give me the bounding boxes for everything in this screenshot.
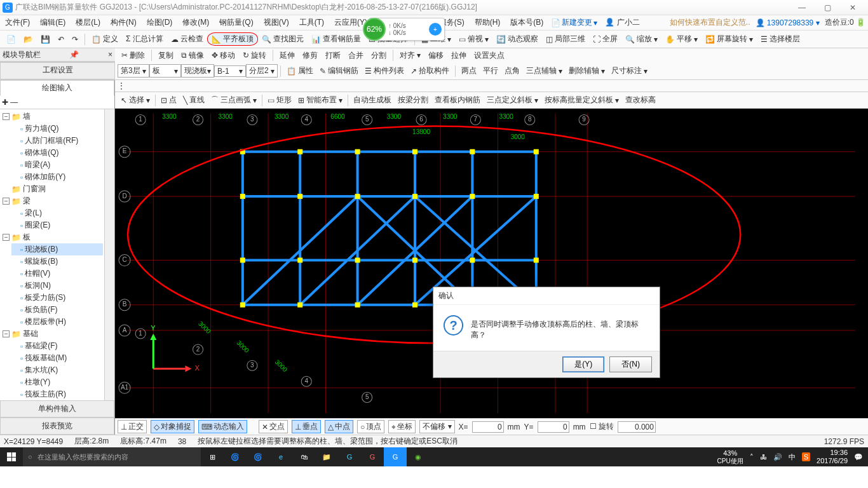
- cpu-meter[interactable]: 43% CPU使用: [717, 449, 743, 464]
- point-tool[interactable]: ⊡ 点: [158, 93, 180, 107]
- osnap-toggle[interactable]: ◇ 对象捕捉: [151, 420, 194, 433]
- stretch-button[interactable]: 拉伸: [447, 48, 470, 62]
- autogen-slab-button[interactable]: 自动生成板: [350, 93, 395, 107]
- dialog-no-button[interactable]: 否(N): [609, 356, 652, 372]
- define-button[interactable]: 📋 定义: [88, 32, 122, 46]
- fullscreen-button[interactable]: ⛶ 全屏: [589, 32, 621, 46]
- snap-coord[interactable]: ⌖ 坐标: [388, 420, 416, 433]
- menu-floor[interactable]: 楼层(L): [73, 16, 103, 29]
- aux-3pt-button[interactable]: 三点辅轴 ▾: [523, 64, 566, 78]
- tree-folder-opening[interactable]: 📁门窗洞: [3, 183, 103, 195]
- tb-edge[interactable]: e: [269, 447, 292, 466]
- split-by-beam-button[interactable]: 按梁分割: [395, 93, 431, 107]
- open-button[interactable]: 📂: [20, 33, 37, 46]
- copy-button[interactable]: 复制: [154, 48, 177, 62]
- menu-version[interactable]: 版本号(B): [508, 16, 546, 29]
- snap-perpendicular[interactable]: ⊥ 垂点: [292, 420, 321, 433]
- rotate-screen-button[interactable]: 🔁 屏幕旋转 ▾: [702, 32, 757, 46]
- menu-tools[interactable]: 工具(T): [297, 16, 327, 29]
- tree-item[interactable]: ▫圈梁(E): [11, 219, 103, 231]
- collapse-all-icon[interactable]: —: [10, 98, 18, 107]
- drawing-canvas[interactable]: X Y EDCBAA111223344556789330033003300660…: [115, 109, 868, 418]
- tree-item[interactable]: ▫基础梁(F): [11, 340, 103, 352]
- check-elevation-button[interactable]: 查改标高: [622, 93, 659, 107]
- save-button[interactable]: 💾: [37, 33, 54, 46]
- component-name-select[interactable]: B-1▾: [214, 65, 246, 77]
- menu-component[interactable]: 构件(N): [108, 16, 139, 29]
- y-field[interactable]: 0: [538, 421, 569, 433]
- x-field[interactable]: 0: [472, 421, 504, 433]
- tree-item[interactable]: ▫砌体加筋(Y): [11, 171, 103, 183]
- tree-item[interactable]: ▫暗梁(A): [11, 159, 103, 171]
- minimize-button[interactable]: —: [789, 1, 815, 14]
- menu-view[interactable]: 视图(V): [261, 16, 292, 29]
- tb-ggj[interactable]: G: [384, 447, 407, 466]
- taskbar-search[interactable]: ○ 在这里输入你想要搜索的内容: [23, 447, 201, 466]
- tree-item[interactable]: ▫剪力墙(Q): [11, 123, 103, 135]
- new-change-button[interactable]: 📄 新建变更 ▾: [551, 17, 597, 28]
- line-tool[interactable]: ╲ 直线: [180, 93, 208, 107]
- grip-button[interactable]: 设置夹点: [470, 48, 508, 62]
- snap-midpoint[interactable]: △ 中点: [325, 420, 353, 433]
- pan-button[interactable]: ✋ 平移 ▾: [661, 32, 702, 46]
- menu-draw[interactable]: 绘图(D): [144, 16, 175, 29]
- tb-explorer[interactable]: 📁: [315, 447, 338, 466]
- menu-edit[interactable]: 编辑(E): [37, 16, 68, 29]
- mirror-button[interactable]: ⧉ 镜像: [177, 48, 208, 62]
- expand-all-icon[interactable]: ✚: [2, 98, 8, 107]
- select-tool[interactable]: ↖ 选择 ▾: [118, 93, 153, 107]
- view-slab-rebar-button[interactable]: 查看板内钢筋: [431, 93, 484, 107]
- aux-2pt-button[interactable]: 两点: [458, 64, 480, 78]
- tray-volume-icon[interactable]: 🔊: [773, 453, 782, 461]
- floor-select[interactable]: 第3层▾: [118, 64, 149, 78]
- aux-delete-button[interactable]: 删除辅轴 ▾: [566, 64, 608, 78]
- offset-button[interactable]: 偏移: [424, 48, 447, 62]
- rotate-checkbox[interactable]: ☐ 旋转: [590, 421, 614, 432]
- menu-help[interactable]: 帮助(H): [472, 16, 503, 29]
- tree-item[interactable]: ▫板受力筋(S): [11, 292, 103, 304]
- extend-button[interactable]: 延伸: [276, 48, 299, 62]
- tray-notifications-icon[interactable]: 💬: [854, 453, 863, 461]
- tb-app-3[interactable]: G: [338, 447, 361, 466]
- tab-report-preview[interactable]: 报表预览: [0, 417, 114, 435]
- offset-mode-select[interactable]: 不偏移 ▾: [419, 420, 454, 433]
- tb-browser[interactable]: ◉: [407, 447, 430, 466]
- tab-draw-input[interactable]: 绘图输入: [0, 80, 114, 96]
- tb-app-1[interactable]: 🌀: [224, 447, 247, 466]
- find-element-button[interactable]: 🔍 查找图元: [258, 32, 308, 46]
- tree-item[interactable]: ▫集水坑(K): [11, 364, 103, 376]
- trim-button[interactable]: 修剪: [299, 48, 322, 62]
- tree-folder-found[interactable]: –📁基础: [3, 328, 103, 340]
- component-list-button[interactable]: ☰ 构件列表: [362, 64, 407, 78]
- rotate-field[interactable]: 0.000: [618, 421, 656, 433]
- select-floor-button[interactable]: ☰ 选择楼层: [757, 32, 804, 46]
- nav-pin-icon[interactable]: 📌: [69, 50, 79, 59]
- dyninput-toggle[interactable]: ⌨ 动态输入: [198, 420, 247, 433]
- pick-component-button[interactable]: ↗ 拾取构件: [407, 64, 452, 78]
- align-button[interactable]: 对齐 ▾: [396, 48, 424, 62]
- slope-batch-button[interactable]: 按标高批量定义斜板 ▾: [541, 93, 622, 107]
- aux-angle-button[interactable]: 点角: [501, 64, 523, 78]
- zoom-button[interactable]: 🔍 缩放 ▾: [621, 32, 661, 46]
- slope-3pt-button[interactable]: 三点定义斜板 ▾: [484, 93, 541, 107]
- undo-button[interactable]: ↶: [54, 33, 68, 46]
- maximize-button[interactable]: ▢: [815, 1, 840, 14]
- split-button[interactable]: 分割: [367, 48, 390, 62]
- category-select[interactable]: 板▾: [149, 64, 181, 78]
- move-button[interactable]: ✥ 移动: [208, 48, 239, 62]
- tree-item[interactable]: ▫柱墩(Y): [11, 376, 103, 388]
- close-button[interactable]: ✕: [840, 1, 865, 14]
- tray-ime[interactable]: 中: [789, 452, 796, 462]
- break-button[interactable]: 打断: [322, 48, 344, 62]
- new-button[interactable]: 📄: [3, 33, 20, 46]
- tree-item[interactable]: ▫梁(L): [11, 207, 103, 219]
- tray-sogou-icon[interactable]: S: [802, 452, 810, 461]
- menu-rebar[interactable]: 钢筋量(Q): [217, 16, 255, 29]
- tray-network-icon[interactable]: 🖧: [760, 453, 767, 461]
- canvas-toolstrip-handle[interactable]: ⋮: [118, 81, 125, 90]
- tree-item[interactable]: ▫人防门框墙(RF): [11, 135, 103, 147]
- netspeed-widget[interactable]: 62% ↑ 0K/s ↓ 0K/s +: [369, 18, 445, 41]
- sum-button[interactable]: Σ 汇总计算: [122, 32, 167, 46]
- user-gxe[interactable]: 👤 广小二: [602, 16, 642, 29]
- merge-button[interactable]: 合并: [344, 48, 367, 62]
